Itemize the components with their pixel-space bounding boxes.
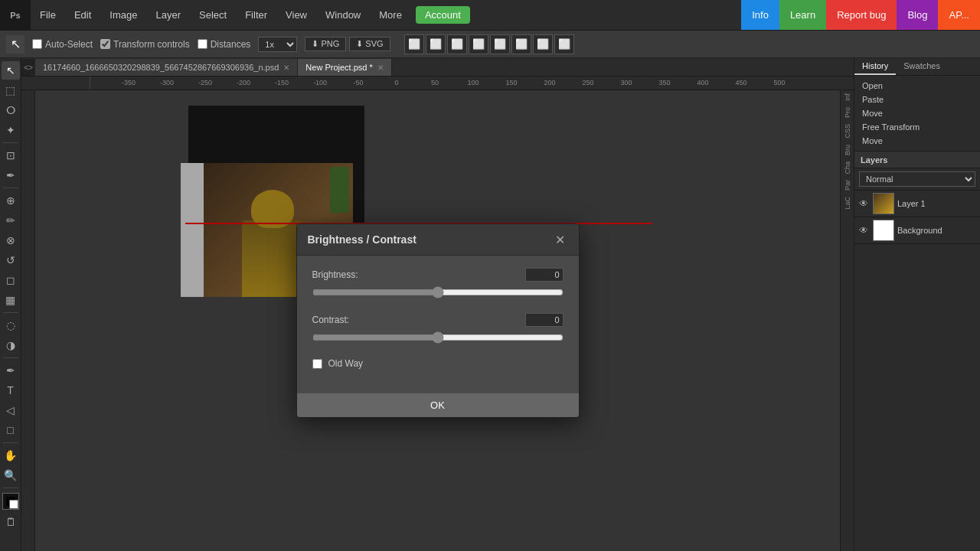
brush-tool[interactable]: ✏ <box>2 211 20 230</box>
old-way-checkbox[interactable] <box>312 359 322 369</box>
canvas-content[interactable]: Brightness / Contrast ✕ Brightness: <box>35 90 840 551</box>
ap-button[interactable]: AP... <box>938 0 980 30</box>
menu-select[interactable]: Select <box>190 0 236 30</box>
move-tool-icon[interactable]: ↖ <box>6 35 24 54</box>
layers-title: Layers <box>861 155 887 165</box>
canvas-area: <> 16174660_1666650320298839_56674528676… <box>21 58 854 551</box>
main-area: ↖ ⬚ ⵔ ✦ ⊡ ✒ ⊕ ✏ ⊗ ↺ ◻ ▦ ◌ ◑ ✒ T ◁ □ ✋ 🔍 … <box>0 58 980 551</box>
tabs-collapse[interactable]: <> <box>21 59 35 76</box>
np-par[interactable]: Par <box>841 177 854 194</box>
blog-button[interactable]: Blog <box>897 0 938 30</box>
note-tool[interactable]: 🗒 <box>2 513 20 531</box>
menu-items: File Edit Image Layer Select Filter View… <box>31 0 475 30</box>
np-pro[interactable]: Pro <box>841 104 854 121</box>
transform-controls-label: Transform controls <box>113 39 190 50</box>
align-icon-4[interactable]: ⬜ <box>469 34 488 54</box>
pen-tool[interactable]: ✒ <box>2 361 20 380</box>
layer-1-thumbnail <box>873 193 894 214</box>
magic-wand-tool[interactable]: ✦ <box>2 121 20 139</box>
arrange-icon[interactable]: ⬜ <box>554 34 574 54</box>
align-icon-2[interactable]: ⬜ <box>426 34 446 54</box>
menu-filter[interactable]: Filter <box>236 0 276 30</box>
tool-divider-6 <box>3 487 18 488</box>
contrast-label: Contrast: <box>312 315 350 325</box>
history-swatches-tabs: History Swatches <box>854 58 980 76</box>
menu-window[interactable]: Window <box>316 0 370 30</box>
contrast-slider[interactable] <box>312 331 564 344</box>
blur-tool[interactable]: ◌ <box>2 316 20 334</box>
history-item-move[interactable]: Move <box>858 106 977 120</box>
lasso-tool[interactable]: ⵔ <box>2 101 20 119</box>
crop-tool[interactable]: ⊡ <box>2 146 20 165</box>
layer-row-bg[interactable]: 👁 Background <box>854 217 980 244</box>
export-png-button[interactable]: ⬇ PNG <box>305 37 346 51</box>
tab-2[interactable]: New Project.psd * ✕ <box>298 59 391 76</box>
history-item-paste[interactable]: Paste <box>858 93 977 106</box>
zoom-tool[interactable]: 🔍 <box>2 466 20 484</box>
menu-bar: Ps File Edit Image Layer Select Filter V… <box>0 0 980 31</box>
np-lac[interactable]: LaC <box>841 194 854 213</box>
foreground-color[interactable] <box>2 493 19 510</box>
report-bug-button[interactable]: Report bug <box>826 0 897 30</box>
brightness-label-row: Brightness: <box>312 268 564 282</box>
blend-mode-select[interactable]: Normal Dissolve Multiply Screen Overlay <box>859 171 975 187</box>
menu-file[interactable]: File <box>31 0 65 30</box>
zoom-select[interactable]: 1x2x0.5x <box>258 37 297 52</box>
history-tab[interactable]: History <box>854 58 896 75</box>
contrast-label-row: Contrast: <box>312 313 564 327</box>
auto-select-checkbox[interactable] <box>32 39 42 49</box>
history-item-move2[interactable]: Move <box>858 134 977 148</box>
learn-button[interactable]: Learn <box>779 0 826 30</box>
history-item-open[interactable]: Open <box>858 79 977 93</box>
ok-button[interactable]: OK <box>297 393 579 417</box>
text-tool[interactable]: T <box>2 381 20 399</box>
np-css[interactable]: CSS <box>841 121 854 142</box>
distances-label: Distances <box>211 39 251 50</box>
eraser-tool[interactable]: ◻ <box>2 271 20 289</box>
brightness-slider[interactable] <box>312 286 564 298</box>
heal-tool[interactable]: ⊕ <box>2 191 20 210</box>
select-tool[interactable]: ⬚ <box>2 81 20 99</box>
distribute-icon-1[interactable]: ⬜ <box>490 34 510 54</box>
align-icon-1[interactable]: ⬜ <box>404 34 424 54</box>
transform-controls-checkbox[interactable] <box>100 39 110 49</box>
layers-panel: Layers Normal Dissolve Multiply Screen O… <box>854 151 980 244</box>
dodge-tool[interactable]: ◑ <box>2 336 20 354</box>
layer-1-visibility[interactable]: 👁 <box>858 197 870 210</box>
info-button[interactable]: Info <box>741 0 779 30</box>
shape-tool[interactable]: □ <box>2 421 20 439</box>
layer-row-1[interactable]: 👁 Layer 1 <box>854 191 980 217</box>
layer-bg-visibility[interactable]: 👁 <box>858 224 870 236</box>
app-logo: Ps <box>0 0 31 31</box>
history-item-free-transform[interactable]: Free Transform <box>858 120 977 134</box>
tab-1[interactable]: 16174660_1666650320298839_56674528676693… <box>35 59 298 76</box>
menu-more[interactable]: More <box>370 0 411 30</box>
gradient-tool[interactable]: ▦ <box>2 291 20 309</box>
export-svg-button[interactable]: ⬇ SVG <box>349 37 390 51</box>
history-brush-tool[interactable]: ↺ <box>2 251 20 269</box>
contrast-value-input[interactable] <box>525 313 564 327</box>
dialog-close-button[interactable]: ✕ <box>553 232 568 247</box>
distribute-icon-2[interactable]: ⬜ <box>511 34 531 54</box>
align-icon-3[interactable]: ⬜ <box>447 34 467 54</box>
path-select-tool[interactable]: ◁ <box>2 401 20 419</box>
tab-1-close[interactable]: ✕ <box>283 64 289 72</box>
np-inf[interactable]: Inf <box>841 90 854 104</box>
distances-checkbox[interactable] <box>198 39 207 49</box>
account-button[interactable]: Account <box>416 6 470 24</box>
np-cha[interactable]: Cha <box>841 158 854 178</box>
menu-layer[interactable]: Layer <box>147 0 191 30</box>
tab-2-close[interactable]: ✕ <box>377 64 384 72</box>
dialog-body: Brightness: Contrast: <box>297 256 579 393</box>
menu-image[interactable]: Image <box>100 0 146 30</box>
menu-edit[interactable]: Edit <box>65 0 100 30</box>
move-tool[interactable]: ↖ <box>2 61 20 80</box>
brightness-value-input[interactable] <box>525 268 564 282</box>
np-bru[interactable]: Bru <box>841 142 854 158</box>
clone-tool[interactable]: ⊗ <box>2 231 20 249</box>
menu-view[interactable]: View <box>276 0 316 30</box>
swatches-tab[interactable]: Swatches <box>896 58 948 75</box>
eyedropper-tool[interactable]: ✒ <box>2 166 20 184</box>
distribute-icon-3[interactable]: ⬜ <box>533 34 553 54</box>
hand-tool[interactable]: ✋ <box>2 446 20 465</box>
